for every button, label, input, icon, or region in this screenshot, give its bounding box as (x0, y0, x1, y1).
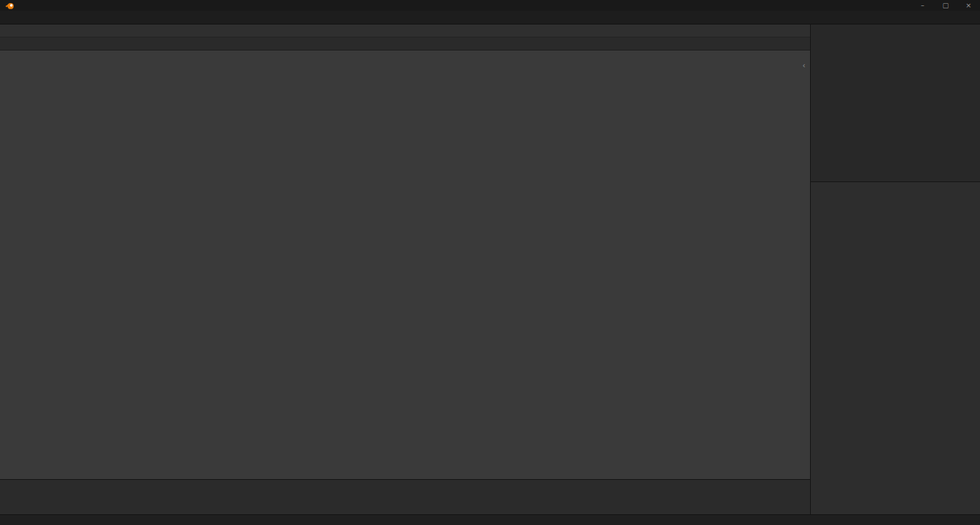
minimize-button[interactable]: – (911, 2, 934, 9)
sidebar-collapse-arrow[interactable]: ‹ (802, 61, 805, 70)
navigation-gizmo[interactable] (755, 51, 810, 106)
statusbar (0, 514, 980, 525)
timeline (0, 479, 810, 514)
window-controls: – ▢ × (911, 2, 980, 9)
properties-editor (810, 181, 980, 514)
tool-settings-bar (0, 38, 810, 51)
viewport-3d[interactable]: ‹ (0, 51, 810, 479)
close-button[interactable]: × (957, 2, 980, 9)
viewport-header (0, 24, 810, 38)
blender-logo-icon (5, 0, 15, 11)
blender-window: – ▢ × ‹ (0, 0, 980, 525)
maximize-button[interactable]: ▢ (934, 2, 957, 9)
topbar (0, 11, 980, 24)
banana-wireframe-scene (0, 51, 810, 479)
titlebar: – ▢ × (0, 0, 980, 11)
outliner (810, 24, 980, 181)
